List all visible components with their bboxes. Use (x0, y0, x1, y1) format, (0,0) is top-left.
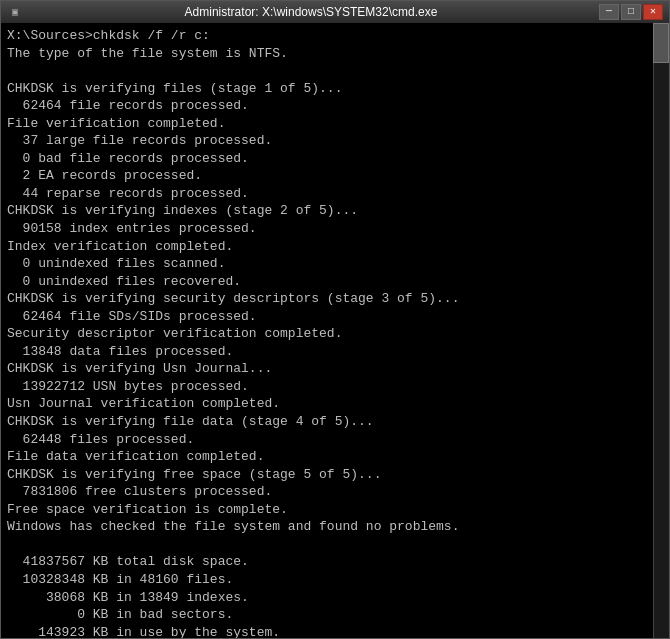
cmd-window: ▣ Administrator: X:\windows\SYSTEM32\cmd… (0, 0, 670, 639)
console-output: X:\Sources>chkdsk /f /r c: The type of t… (7, 27, 663, 638)
window-title: Administrator: X:\windows\SYSTEM32\cmd.e… (23, 5, 599, 19)
scrollbar-thumb[interactable] (653, 23, 669, 63)
minimize-button[interactable]: ─ (599, 4, 619, 20)
scrollbar[interactable] (653, 23, 669, 638)
console-area: X:\Sources>chkdsk /f /r c: The type of t… (1, 23, 669, 638)
window-icon: ▣ (7, 4, 23, 20)
title-bar-buttons: ─ □ ✕ (599, 4, 663, 20)
maximize-button[interactable]: □ (621, 4, 641, 20)
title-bar: ▣ Administrator: X:\windows\SYSTEM32\cmd… (1, 1, 669, 23)
close-button[interactable]: ✕ (643, 4, 663, 20)
